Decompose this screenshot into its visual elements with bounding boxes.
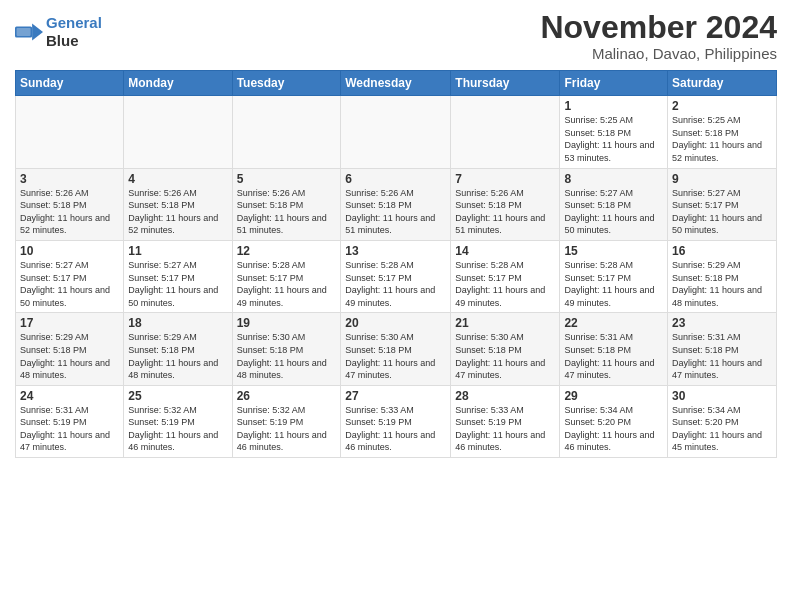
calendar-cell: 4Sunrise: 5:26 AM Sunset: 5:18 PM Daylig…	[124, 168, 232, 240]
weekday-header-thursday: Thursday	[451, 71, 560, 96]
day-number: 26	[237, 389, 337, 403]
day-info: Sunrise: 5:33 AM Sunset: 5:19 PM Dayligh…	[345, 404, 446, 454]
calendar-week-1: 1Sunrise: 5:25 AM Sunset: 5:18 PM Daylig…	[16, 96, 777, 168]
calendar-cell: 27Sunrise: 5:33 AM Sunset: 5:19 PM Dayli…	[341, 385, 451, 457]
day-number: 3	[20, 172, 119, 186]
day-info: Sunrise: 5:28 AM Sunset: 5:17 PM Dayligh…	[455, 259, 555, 309]
calendar-cell: 22Sunrise: 5:31 AM Sunset: 5:18 PM Dayli…	[560, 313, 668, 385]
day-info: Sunrise: 5:26 AM Sunset: 5:18 PM Dayligh…	[345, 187, 446, 237]
day-info: Sunrise: 5:25 AM Sunset: 5:18 PM Dayligh…	[564, 114, 663, 164]
day-number: 17	[20, 316, 119, 330]
calendar-week-2: 3Sunrise: 5:26 AM Sunset: 5:18 PM Daylig…	[16, 168, 777, 240]
calendar-cell: 8Sunrise: 5:27 AM Sunset: 5:18 PM Daylig…	[560, 168, 668, 240]
calendar-cell: 16Sunrise: 5:29 AM Sunset: 5:18 PM Dayli…	[668, 240, 777, 312]
svg-rect-2	[17, 28, 31, 36]
day-info: Sunrise: 5:27 AM Sunset: 5:18 PM Dayligh…	[564, 187, 663, 237]
calendar-cell: 12Sunrise: 5:28 AM Sunset: 5:17 PM Dayli…	[232, 240, 341, 312]
day-number: 2	[672, 99, 772, 113]
day-info: Sunrise: 5:30 AM Sunset: 5:18 PM Dayligh…	[345, 331, 446, 381]
day-info: Sunrise: 5:28 AM Sunset: 5:17 PM Dayligh…	[237, 259, 337, 309]
calendar-week-3: 10Sunrise: 5:27 AM Sunset: 5:17 PM Dayli…	[16, 240, 777, 312]
day-info: Sunrise: 5:26 AM Sunset: 5:18 PM Dayligh…	[455, 187, 555, 237]
day-number: 30	[672, 389, 772, 403]
day-number: 7	[455, 172, 555, 186]
day-info: Sunrise: 5:29 AM Sunset: 5:18 PM Dayligh…	[20, 331, 119, 381]
day-number: 16	[672, 244, 772, 258]
calendar-cell: 26Sunrise: 5:32 AM Sunset: 5:19 PM Dayli…	[232, 385, 341, 457]
day-number: 14	[455, 244, 555, 258]
day-info: Sunrise: 5:34 AM Sunset: 5:20 PM Dayligh…	[564, 404, 663, 454]
calendar-cell: 6Sunrise: 5:26 AM Sunset: 5:18 PM Daylig…	[341, 168, 451, 240]
day-number: 22	[564, 316, 663, 330]
day-number: 23	[672, 316, 772, 330]
calendar-cell: 13Sunrise: 5:28 AM Sunset: 5:17 PM Dayli…	[341, 240, 451, 312]
day-number: 18	[128, 316, 227, 330]
calendar-cell	[341, 96, 451, 168]
day-info: Sunrise: 5:31 AM Sunset: 5:19 PM Dayligh…	[20, 404, 119, 454]
day-number: 21	[455, 316, 555, 330]
calendar-cell	[16, 96, 124, 168]
day-number: 6	[345, 172, 446, 186]
location-title: Malinao, Davao, Philippines	[540, 45, 777, 62]
calendar-cell: 24Sunrise: 5:31 AM Sunset: 5:19 PM Dayli…	[16, 385, 124, 457]
day-info: Sunrise: 5:27 AM Sunset: 5:17 PM Dayligh…	[128, 259, 227, 309]
weekday-header-friday: Friday	[560, 71, 668, 96]
header: General Blue November 2024 Malinao, Dava…	[15, 10, 777, 62]
calendar-cell: 3Sunrise: 5:26 AM Sunset: 5:18 PM Daylig…	[16, 168, 124, 240]
day-info: Sunrise: 5:30 AM Sunset: 5:18 PM Dayligh…	[237, 331, 337, 381]
day-info: Sunrise: 5:30 AM Sunset: 5:18 PM Dayligh…	[455, 331, 555, 381]
calendar-week-4: 17Sunrise: 5:29 AM Sunset: 5:18 PM Dayli…	[16, 313, 777, 385]
calendar-cell: 30Sunrise: 5:34 AM Sunset: 5:20 PM Dayli…	[668, 385, 777, 457]
calendar-cell: 9Sunrise: 5:27 AM Sunset: 5:17 PM Daylig…	[668, 168, 777, 240]
logo-blue: Blue	[46, 32, 79, 49]
day-info: Sunrise: 5:32 AM Sunset: 5:19 PM Dayligh…	[237, 404, 337, 454]
calendar-cell: 14Sunrise: 5:28 AM Sunset: 5:17 PM Dayli…	[451, 240, 560, 312]
calendar-cell: 20Sunrise: 5:30 AM Sunset: 5:18 PM Dayli…	[341, 313, 451, 385]
day-info: Sunrise: 5:32 AM Sunset: 5:19 PM Dayligh…	[128, 404, 227, 454]
day-number: 20	[345, 316, 446, 330]
calendar-cell: 11Sunrise: 5:27 AM Sunset: 5:17 PM Dayli…	[124, 240, 232, 312]
calendar-cell	[232, 96, 341, 168]
day-info: Sunrise: 5:25 AM Sunset: 5:18 PM Dayligh…	[672, 114, 772, 164]
calendar-cell: 2Sunrise: 5:25 AM Sunset: 5:18 PM Daylig…	[668, 96, 777, 168]
calendar-cell: 1Sunrise: 5:25 AM Sunset: 5:18 PM Daylig…	[560, 96, 668, 168]
calendar-cell: 5Sunrise: 5:26 AM Sunset: 5:18 PM Daylig…	[232, 168, 341, 240]
logo-text: General Blue	[46, 14, 102, 50]
day-number: 10	[20, 244, 119, 258]
calendar-cell	[124, 96, 232, 168]
day-info: Sunrise: 5:28 AM Sunset: 5:17 PM Dayligh…	[564, 259, 663, 309]
day-info: Sunrise: 5:26 AM Sunset: 5:18 PM Dayligh…	[128, 187, 227, 237]
calendar-cell: 29Sunrise: 5:34 AM Sunset: 5:20 PM Dayli…	[560, 385, 668, 457]
day-info: Sunrise: 5:27 AM Sunset: 5:17 PM Dayligh…	[20, 259, 119, 309]
page-container: General Blue November 2024 Malinao, Dava…	[0, 0, 792, 468]
calendar-cell	[451, 96, 560, 168]
calendar-cell: 17Sunrise: 5:29 AM Sunset: 5:18 PM Dayli…	[16, 313, 124, 385]
day-number: 24	[20, 389, 119, 403]
day-number: 19	[237, 316, 337, 330]
day-number: 4	[128, 172, 227, 186]
day-info: Sunrise: 5:26 AM Sunset: 5:18 PM Dayligh…	[20, 187, 119, 237]
day-info: Sunrise: 5:29 AM Sunset: 5:18 PM Dayligh…	[672, 259, 772, 309]
logo: General Blue	[15, 14, 102, 50]
day-number: 12	[237, 244, 337, 258]
day-number: 11	[128, 244, 227, 258]
calendar-cell: 19Sunrise: 5:30 AM Sunset: 5:18 PM Dayli…	[232, 313, 341, 385]
day-number: 28	[455, 389, 555, 403]
calendar-cell: 21Sunrise: 5:30 AM Sunset: 5:18 PM Dayli…	[451, 313, 560, 385]
svg-marker-1	[32, 23, 43, 40]
day-number: 9	[672, 172, 772, 186]
calendar-cell: 25Sunrise: 5:32 AM Sunset: 5:19 PM Dayli…	[124, 385, 232, 457]
weekday-header-saturday: Saturday	[668, 71, 777, 96]
month-title: November 2024	[540, 10, 777, 45]
calendar-cell: 10Sunrise: 5:27 AM Sunset: 5:17 PM Dayli…	[16, 240, 124, 312]
calendar-table: SundayMondayTuesdayWednesdayThursdayFrid…	[15, 70, 777, 458]
day-number: 25	[128, 389, 227, 403]
calendar-cell: 23Sunrise: 5:31 AM Sunset: 5:18 PM Dayli…	[668, 313, 777, 385]
calendar-week-5: 24Sunrise: 5:31 AM Sunset: 5:19 PM Dayli…	[16, 385, 777, 457]
calendar-cell: 15Sunrise: 5:28 AM Sunset: 5:17 PM Dayli…	[560, 240, 668, 312]
day-number: 15	[564, 244, 663, 258]
day-number: 13	[345, 244, 446, 258]
day-info: Sunrise: 5:27 AM Sunset: 5:17 PM Dayligh…	[672, 187, 772, 237]
weekday-header-wednesday: Wednesday	[341, 71, 451, 96]
day-info: Sunrise: 5:31 AM Sunset: 5:18 PM Dayligh…	[564, 331, 663, 381]
